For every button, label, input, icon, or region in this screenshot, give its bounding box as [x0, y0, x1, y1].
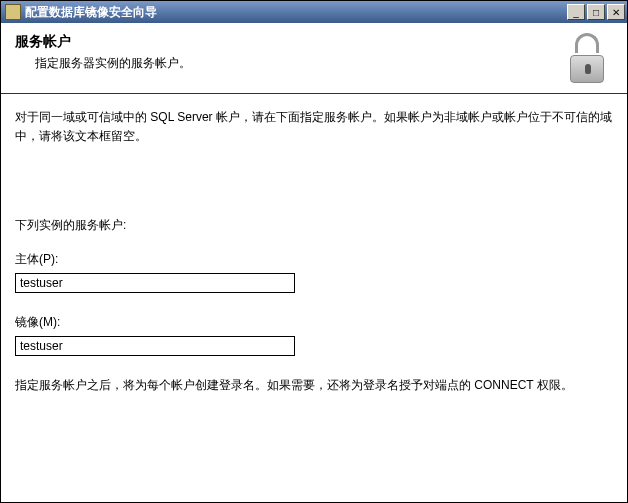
principal-label: 主体(P): — [15, 250, 613, 269]
maximize-icon: □ — [593, 7, 599, 18]
close-button[interactable]: ✕ — [607, 4, 625, 20]
close-icon: ✕ — [612, 7, 620, 18]
window-title: 配置数据库镜像安全向导 — [25, 4, 567, 21]
instructions-text: 对于同一域或可信域中的 SQL Server 帐户，请在下面指定服务帐户。如果帐… — [15, 108, 613, 146]
minimize-button[interactable]: _ — [567, 4, 585, 20]
wizard-header: 服务帐户 指定服务器实例的服务帐户。 — [1, 23, 627, 94]
mirror-label: 镜像(M): — [15, 313, 613, 332]
page-subtitle: 指定服务器实例的服务帐户。 — [35, 55, 565, 72]
header-text: 服务帐户 指定服务器实例的服务帐户。 — [15, 33, 565, 72]
page-title: 服务帐户 — [15, 33, 565, 51]
wizard-window: 配置数据库镜像安全向导 _ □ ✕ 服务帐户 指定服务器实例的服务帐户。 对于同… — [0, 0, 628, 503]
maximize-button[interactable]: □ — [587, 4, 605, 20]
mirror-field-block: 镜像(M): — [15, 313, 613, 356]
section-label: 下列实例的服务帐户: — [15, 216, 613, 235]
title-bar: 配置数据库镜像安全向导 _ □ ✕ — [1, 1, 627, 23]
principal-input[interactable] — [15, 273, 295, 293]
minimize-icon: _ — [573, 7, 579, 18]
wizard-content: 对于同一域或可信域中的 SQL Server 帐户，请在下面指定服务帐户。如果帐… — [1, 94, 627, 502]
window-buttons: _ □ ✕ — [567, 4, 625, 20]
app-icon — [5, 4, 21, 20]
lock-icon — [565, 33, 609, 83]
mirror-input[interactable] — [15, 336, 295, 356]
principal-field-block: 主体(P): — [15, 250, 613, 293]
footnote-text: 指定服务帐户之后，将为每个帐户创建登录名。如果需要，还将为登录名授予对端点的 C… — [15, 376, 613, 395]
